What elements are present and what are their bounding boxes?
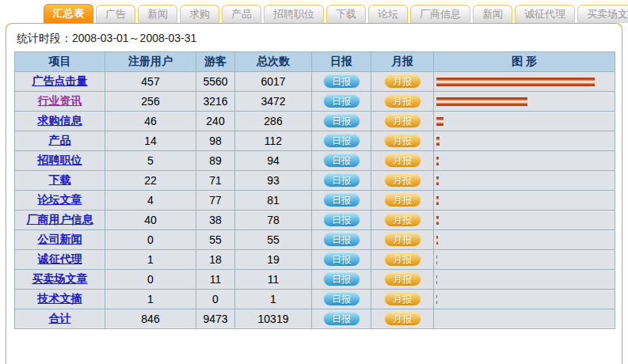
daily-report-button-cell: 日报 [312, 290, 371, 309]
monthly-report-button[interactable]: 月报 [384, 173, 421, 188]
table-row-total: 合计846947310319日报月报 [15, 309, 615, 329]
monthly-report-button-cell: 月报 [371, 270, 434, 290]
item-link[interactable]: 公司新闻 [38, 233, 82, 245]
tab-item[interactable]: 下载 [326, 5, 366, 23]
monthly-report-button-cell: 月报 [371, 112, 434, 131]
monthly-report-button-cell: 月报 [371, 171, 434, 191]
monthly-report-button[interactable]: 月报 [384, 74, 421, 89]
item-link[interactable]: 技术文摘 [38, 292, 82, 305]
monthly-report-button[interactable]: 月报 [384, 94, 421, 108]
total-count-bar [436, 236, 438, 245]
tab-item[interactable]: 广告 [96, 5, 135, 23]
total-count-bar [436, 176, 439, 185]
chart-cell [434, 171, 615, 191]
daily-report-button[interactable]: 日报 [323, 213, 360, 227]
daily-report-button[interactable]: 日报 [323, 252, 360, 267]
registered-count: 40 [105, 210, 196, 230]
item-link[interactable]: 合计 [49, 312, 71, 324]
registered-count: 14 [105, 131, 196, 151]
daily-report-button-cell: 日报 [312, 210, 371, 230]
tab-item[interactable]: 求购 [180, 5, 219, 23]
guest-count: 0 [196, 290, 235, 309]
monthly-report-button[interactable]: 月报 [384, 312, 421, 326]
monthly-report-button[interactable]: 月报 [384, 193, 421, 207]
item-link[interactable]: 广告点击量 [32, 74, 88, 87]
chart-cell [434, 191, 615, 210]
guest-count: 3216 [196, 92, 235, 112]
chart-cell [434, 290, 615, 309]
total-count-bar [436, 137, 440, 146]
monthly-report-button[interactable]: 月报 [384, 233, 421, 247]
guest-count: 89 [196, 151, 235, 171]
monthly-report-button[interactable]: 月报 [384, 272, 421, 286]
monthly-report-button[interactable]: 月报 [384, 134, 421, 148]
daily-report-button[interactable]: 日报 [323, 154, 360, 168]
registered-count: 846 [105, 309, 196, 329]
item-link[interactable]: 厂商用户信息 [27, 213, 93, 226]
daily-report-button[interactable]: 日报 [323, 74, 360, 89]
total-count: 78 [235, 210, 312, 230]
monthly-report-button[interactable]: 月报 [384, 213, 421, 227]
total-count-bar [436, 78, 595, 86]
table-row: 买卖场文章01111日报月报 [15, 270, 615, 290]
guest-count: 55 [196, 230, 235, 250]
tab-item[interactable]: 新闻 [138, 5, 177, 23]
registered-count: 0 [105, 270, 196, 290]
monthly-report-button[interactable]: 月报 [384, 292, 421, 306]
tab-summary-active[interactable]: 汇总表 [44, 4, 93, 23]
item-cell: 招聘职位 [15, 151, 105, 171]
stats-table: 项目注册用户游客总次数日报月报图 形 广告点击量45755606017日报月报行… [14, 51, 615, 329]
daily-report-button-cell: 日报 [312, 309, 371, 329]
total-count-bar [436, 97, 527, 106]
monthly-report-button[interactable]: 月报 [384, 154, 421, 168]
item-link[interactable]: 诚征代理 [38, 252, 82, 265]
daily-report-button[interactable]: 日报 [323, 292, 360, 306]
tab-item[interactable]: 招聘职位 [264, 5, 324, 23]
item-cell: 下载 [15, 171, 105, 191]
total-count: 94 [235, 151, 312, 171]
chart-cell [434, 250, 615, 270]
daily-report-button[interactable]: 日报 [323, 134, 360, 148]
item-cell: 买卖场文章 [15, 270, 105, 290]
guest-count: 98 [196, 131, 235, 151]
daily-report-button-cell: 日报 [312, 112, 371, 131]
monthly-report-button-cell: 月报 [371, 250, 434, 270]
daily-report-button[interactable]: 日报 [323, 233, 360, 247]
daily-report-button[interactable]: 日报 [323, 114, 360, 128]
daily-report-button[interactable]: 日报 [323, 173, 360, 188]
tab-item[interactable]: 买卖场文章 [577, 5, 628, 23]
daily-report-button-cell: 日报 [312, 250, 371, 270]
monthly-report-button[interactable]: 月报 [384, 114, 421, 128]
guest-count: 38 [196, 210, 235, 230]
daily-report-button[interactable]: 日报 [323, 94, 360, 108]
tab-item[interactable]: 诚征代理 [515, 5, 575, 23]
tab-item[interactable]: 产品 [222, 5, 261, 23]
item-cell: 行业资讯 [15, 92, 105, 112]
registered-count: 1 [105, 250, 196, 270]
item-link[interactable]: 求购信息 [38, 114, 82, 127]
item-link[interactable]: 买卖场文章 [32, 272, 88, 285]
item-link[interactable]: 行业资讯 [38, 94, 82, 107]
registered-count: 256 [105, 92, 196, 112]
daily-report-button[interactable]: 日报 [323, 312, 360, 326]
item-cell: 技术文摘 [15, 290, 105, 309]
tab-item[interactable]: 厂商信息 [410, 5, 470, 23]
tab-item[interactable]: 新闻 [473, 5, 512, 23]
item-link[interactable]: 下载 [49, 173, 71, 186]
daily-report-button[interactable]: 日报 [323, 272, 360, 286]
chart-cell [434, 131, 615, 151]
chart-cell [434, 230, 615, 250]
item-link[interactable]: 论坛文章 [38, 193, 82, 206]
item-cell: 合计 [15, 309, 105, 329]
monthly-report-button-cell: 月报 [371, 131, 434, 151]
item-cell: 论坛文章 [15, 191, 105, 210]
item-link[interactable]: 产品 [49, 134, 71, 146]
daily-report-button[interactable]: 日报 [323, 193, 360, 207]
tab-item[interactable]: 论坛 [368, 5, 408, 23]
total-count: 55 [235, 230, 312, 250]
item-cell: 诚征代理 [15, 250, 105, 270]
total-count-bar [436, 295, 437, 304]
monthly-report-button[interactable]: 月报 [384, 252, 421, 267]
total-count-bar [436, 256, 437, 264]
item-link[interactable]: 招聘职位 [38, 154, 82, 166]
